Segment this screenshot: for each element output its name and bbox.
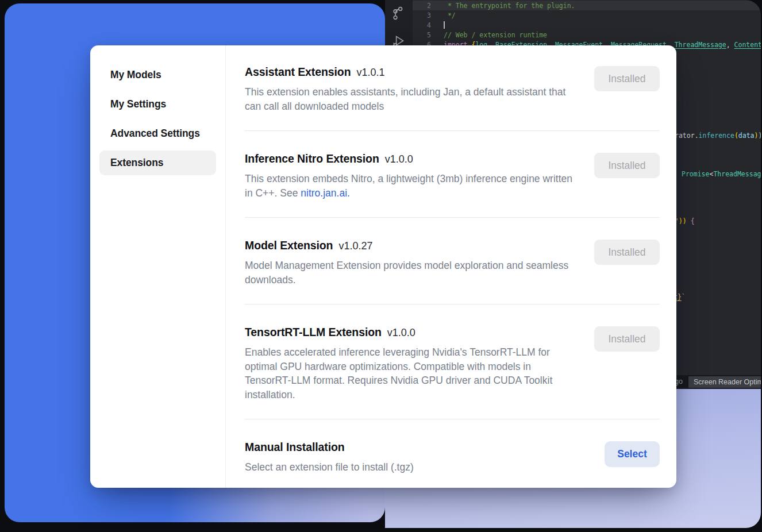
- line-number: 4: [413, 21, 436, 29]
- sidebar-item-advanced-settings[interactable]: Advanced Settings: [99, 121, 216, 146]
- extension-heading: Manual Installation: [245, 440, 414, 454]
- extension-description: Select an extension file to install (.tg…: [245, 460, 414, 475]
- text-caret: [444, 21, 445, 29]
- extensions-list: Assistant Extensionv1.0.1 This extension…: [226, 45, 676, 488]
- sidebar-item-my-settings[interactable]: My Settings: [99, 92, 216, 117]
- extension-title: TensortRT-LLM Extension: [245, 326, 382, 338]
- extension-title: Inference Nitro Extension: [245, 152, 379, 165]
- screen-reader-optimized-status[interactable]: Screen Reader Optimized: [688, 376, 761, 388]
- extension-title: Assistant Extension: [245, 65, 351, 78]
- code-line: 3 */: [413, 10, 761, 20]
- installed-badge: Installed: [594, 66, 660, 91]
- extension-row-inference-nitro: Inference Nitro Extensionv1.0.0 This ext…: [245, 130, 660, 217]
- extension-info: Manual Installation Select an extension …: [245, 440, 414, 475]
- extension-row-assistant: Assistant Extensionv1.0.1 This extension…: [245, 65, 660, 130]
- extension-row-model: Model Extensionv1.0.27 Model Management …: [245, 217, 660, 304]
- extension-row-manual-installation: Manual Installation Select an extension …: [245, 419, 660, 488]
- screen: 2 * The entrypoint for the plugin. 3 */ …: [0, 0, 762, 532]
- code-comment: // Web / extension runtime: [444, 31, 547, 39]
- extension-description: Model Management Extension provides mode…: [245, 259, 577, 287]
- desktop-frame: 2 * The entrypoint for the plugin. 3 */ …: [1, 0, 761, 528]
- extension-heading: Model Extensionv1.0.27: [245, 238, 577, 252]
- line-number: 2: [413, 2, 436, 10]
- extension-heading: Assistant Extensionv1.0.1: [245, 65, 577, 79]
- extension-info: Model Extensionv1.0.27 Model Management …: [245, 238, 577, 287]
- code-area: 2 * The entrypoint for the plugin. 3 */ …: [413, 1, 761, 49]
- extension-version: v1.0.0: [385, 153, 413, 165]
- code-line: 4: [413, 20, 761, 30]
- line-number: 5: [413, 31, 436, 39]
- extension-heading: TensortRT-LLM Extensionv1.0.0: [245, 325, 577, 339]
- code-line: 5 // Web / extension runtime: [413, 30, 761, 40]
- sidebar-item-extensions[interactable]: Extensions: [99, 151, 216, 175]
- code-fragment: ")) {: [675, 217, 695, 225]
- installed-badge: Installed: [594, 153, 660, 178]
- extension-heading: Inference Nitro Extensionv1.0.0: [245, 152, 577, 165]
- code-comment: * The entrypoint for the plugin.: [444, 2, 575, 10]
- nitro-jan-ai-link[interactable]: nitro.jan.ai.: [301, 187, 350, 199]
- installed-badge: Installed: [594, 240, 660, 265]
- code-comment: */: [444, 11, 456, 20]
- extension-description: This extension enables assistants, inclu…: [245, 85, 577, 113]
- code-line: 2 * The entrypoint for the plugin.: [413, 1, 761, 10]
- extension-description: Enables accelerated inference leveraging…: [245, 345, 577, 402]
- extension-title: Manual Installation: [245, 441, 345, 453]
- code-fragment: Promise<ThreadMessage>: [682, 170, 761, 178]
- settings-modal: My Models My Settings Advanced Settings …: [90, 45, 676, 488]
- select-file-button[interactable]: Select: [605, 441, 660, 467]
- code-fragment: rator.inference(data));: [675, 132, 761, 140]
- extension-version: v1.0.27: [338, 240, 372, 252]
- settings-sidebar: My Models My Settings Advanced Settings …: [90, 45, 226, 488]
- line-number: 3: [413, 11, 436, 20]
- extension-version: v1.0.1: [356, 67, 384, 78]
- source-control-icon[interactable]: [391, 6, 406, 21]
- extension-info: TensortRT-LLM Extensionv1.0.0 Enables ac…: [245, 325, 577, 402]
- extension-info: Inference Nitro Extensionv1.0.0 This ext…: [245, 152, 577, 200]
- extension-row-tensorrt-llm: TensortRT-LLM Extensionv1.0.0 Enables ac…: [245, 304, 660, 419]
- extension-version: v1.0.0: [387, 327, 415, 338]
- sidebar-item-my-models[interactable]: My Models: [99, 63, 216, 87]
- extension-description: This extension embeds Nitro, a lightweig…: [245, 172, 577, 200]
- extension-info: Assistant Extensionv1.0.1 This extension…: [245, 65, 577, 113]
- extension-title: Model Extension: [245, 239, 333, 252]
- installed-badge: Installed: [594, 326, 660, 352]
